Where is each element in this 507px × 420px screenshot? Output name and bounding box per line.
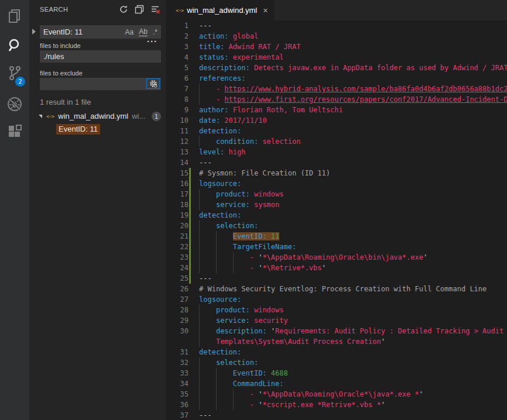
toggle-search-details-icon[interactable]: ··· bbox=[147, 36, 157, 46]
activity-bar: 2 bbox=[0, 0, 29, 420]
code-line[interactable]: 7 - https://www.hybrid-analysis.com/samp… bbox=[166, 84, 507, 94]
search-match-row[interactable]: EventID: 11 bbox=[29, 123, 166, 135]
indent-guide bbox=[216, 368, 217, 378]
line-number-gutter: 12 bbox=[166, 136, 199, 147]
indent-guide bbox=[199, 336, 200, 347]
code-line[interactable]: 8 - https://www.first.org/resources/pape… bbox=[166, 94, 507, 105]
code-line[interactable]: 20 selection: bbox=[166, 221, 507, 231]
line-number-gutter: 20 bbox=[166, 221, 199, 231]
gutter-modified-indicator bbox=[189, 273, 191, 284]
line-number-gutter: 34 bbox=[166, 378, 199, 389]
line-number-gutter: 17 bbox=[166, 189, 199, 199]
line-number-gutter: 5 bbox=[166, 63, 199, 73]
code-line[interactable]: 13level: high bbox=[166, 147, 507, 157]
code-line[interactable]: 16logsource: bbox=[166, 178, 507, 189]
match-case-icon[interactable]: Aa bbox=[125, 28, 134, 36]
code-line[interactable]: 27logsource: bbox=[166, 294, 507, 305]
toggle-replace-chevron-icon[interactable] bbox=[32, 29, 36, 35]
code-line[interactable]: 2action: global bbox=[166, 31, 507, 42]
code-line[interactable]: 3title: Adwind RAT / JRAT bbox=[166, 42, 507, 52]
indent-guide bbox=[199, 263, 200, 273]
code-line[interactable]: 29 service: security bbox=[166, 315, 507, 326]
code-line[interactable]: 21 EventID: 11 bbox=[166, 231, 507, 242]
tab-bar: <·> win_mal_adwind.yml × bbox=[166, 0, 507, 20]
code-line[interactable]: 6references: bbox=[166, 73, 507, 84]
search-input[interactable]: EventID: 11 Aa Ab .* bbox=[40, 25, 161, 39]
expand-twisty-icon[interactable] bbox=[39, 115, 42, 118]
indent-guide bbox=[199, 315, 200, 326]
line-number-gutter: 21 bbox=[166, 231, 199, 242]
code-line[interactable]: 32 selection: bbox=[166, 357, 507, 368]
code-line[interactable]: 36 - '*cscript.exe *Retrive*.vbs *' bbox=[166, 400, 507, 410]
use-exclude-settings-button[interactable] bbox=[146, 78, 160, 89]
line-number-gutter: 18 bbox=[166, 199, 199, 210]
code-line[interactable]: 14--- bbox=[166, 157, 507, 168]
indent-guide bbox=[199, 231, 200, 242]
include-pattern-text: ./rules bbox=[43, 52, 64, 61]
code-line[interactable]: 33 EventID: 4688 bbox=[166, 368, 507, 378]
search-button[interactable] bbox=[0, 34, 29, 57]
line-number-gutter: 35 bbox=[166, 389, 199, 400]
result-file-path: wi... bbox=[132, 112, 145, 121]
gutter-modified-indicator bbox=[189, 242, 191, 252]
files-to-include-label: files to include bbox=[40, 42, 81, 49]
search-result-file-row[interactable]: <·> win_mal_adwind.yml wi... 1 bbox=[29, 110, 166, 122]
code-line[interactable]: 17 product: windows bbox=[166, 189, 507, 199]
code-line[interactable]: 12 condition: selection bbox=[166, 136, 507, 147]
explorer-button[interactable] bbox=[0, 5, 29, 28]
code-line[interactable]: 18 service: sysmon bbox=[166, 199, 507, 210]
line-number-gutter: 22 bbox=[166, 242, 199, 252]
search-query-text: EventID: 11 bbox=[43, 27, 120, 36]
files-to-include-input[interactable]: ./rules bbox=[40, 50, 161, 63]
source-control-button[interactable]: 2 bbox=[0, 62, 29, 85]
code-line[interactable]: 34 CommandLine: bbox=[166, 378, 507, 389]
tab-close-icon[interactable]: × bbox=[263, 6, 268, 15]
files-to-exclude-label: files to exclude bbox=[40, 70, 83, 77]
code-line[interactable]: 5description: Detects javaw.exe in AppDa… bbox=[166, 63, 507, 73]
code-line[interactable]: 35 - '*\AppData\Roaming\Oracle*\java*.ex… bbox=[166, 389, 507, 400]
line-number-gutter bbox=[166, 336, 199, 347]
gutter-modified-indicator bbox=[189, 263, 191, 273]
scm-badge: 2 bbox=[15, 77, 25, 87]
code-line[interactable]: 24 - '*\Retrive*.vbs' bbox=[166, 263, 507, 273]
gutter-modified-indicator bbox=[189, 210, 191, 221]
indent-guide bbox=[216, 263, 217, 273]
collapse-all-icon[interactable] bbox=[135, 5, 144, 14]
extensions-button[interactable] bbox=[0, 121, 29, 144]
indent-guide bbox=[199, 84, 200, 94]
line-number-gutter: 4 bbox=[166, 52, 199, 63]
code-line[interactable]: 25--- bbox=[166, 273, 507, 284]
indent-guide bbox=[199, 378, 200, 389]
indent-guide bbox=[216, 389, 217, 400]
code-line[interactable]: 28 product: windows bbox=[166, 305, 507, 315]
files-to-exclude-input[interactable] bbox=[40, 78, 161, 90]
code-line[interactable]: Templates\System\Audit Process Creation' bbox=[166, 336, 507, 347]
clear-search-results-icon[interactable] bbox=[150, 5, 160, 14]
code-line[interactable]: 1--- bbox=[166, 20, 507, 31]
debug-icon bbox=[6, 96, 23, 112]
debug-button[interactable] bbox=[0, 92, 29, 116]
tab-win_mal_adwind[interactable]: <·> win_mal_adwind.yml × bbox=[166, 0, 275, 20]
code-line[interactable]: 37--- bbox=[166, 410, 507, 420]
code-line[interactable]: 9author: Florian Roth, Tom Ueltschi bbox=[166, 105, 507, 115]
result-count-badge: 1 bbox=[152, 112, 161, 121]
regex-icon[interactable]: .* bbox=[153, 28, 157, 36]
code-line[interactable]: 22 TargetFileName: bbox=[166, 242, 507, 252]
code-line[interactable]: 31detection: bbox=[166, 347, 507, 357]
code-line[interactable]: 26# Windows Security Eventlog: Process C… bbox=[166, 284, 507, 294]
code-area[interactable]: 1---2action: global3title: Adwind RAT / … bbox=[166, 20, 507, 420]
result-file-name: win_mal_adwind.yml bbox=[58, 112, 128, 121]
indent-guide bbox=[199, 389, 200, 400]
code-line[interactable]: 10date: 2017/11/10 bbox=[166, 115, 507, 126]
whole-word-icon[interactable]: Ab bbox=[139, 27, 148, 36]
code-line[interactable]: 15# Sysmon: File Creation (ID 11) bbox=[166, 168, 507, 178]
code-line[interactable]: 23 - '*\AppData\Roaming\Oracle\bin\java*… bbox=[166, 252, 507, 263]
refresh-icon[interactable] bbox=[119, 5, 128, 14]
code-line[interactable]: 19detection: bbox=[166, 210, 507, 221]
code-line[interactable]: 11detection: bbox=[166, 126, 507, 136]
line-number-gutter: 36 bbox=[166, 400, 199, 410]
code-line[interactable]: 30 description: 'Requirements: Audit Pol… bbox=[166, 326, 507, 336]
indent-guide bbox=[199, 326, 200, 336]
gutter-modified-indicator bbox=[189, 252, 191, 263]
code-line[interactable]: 4status: experimental bbox=[166, 52, 507, 63]
